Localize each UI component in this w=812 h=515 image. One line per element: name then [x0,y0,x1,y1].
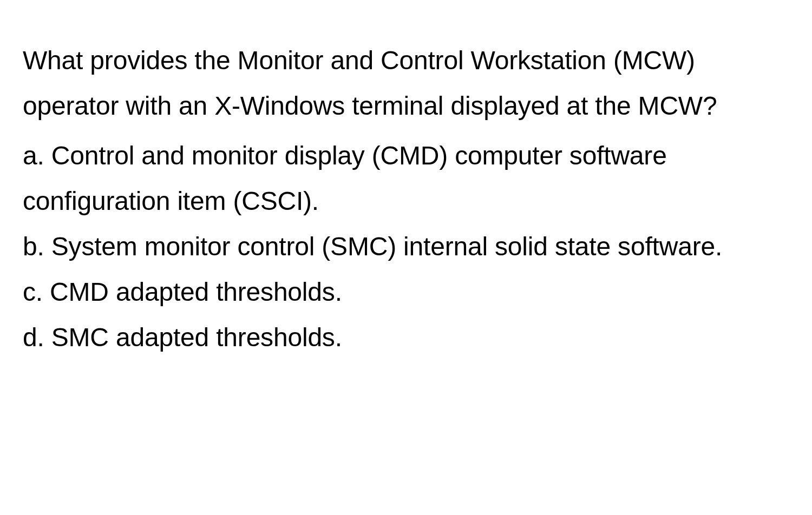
option-b: b. System monitor control (SMC) internal… [23,224,789,269]
option-a: a. Control and monitor display (CMD) com… [23,133,789,224]
option-c: c. CMD adapted thresholds. [23,269,789,315]
option-d: d. SMC adapted thresholds. [23,315,789,360]
question-container: What provides the Monitor and Control Wo… [0,0,812,383]
question-text: What provides the Monitor and Control Wo… [23,38,789,129]
